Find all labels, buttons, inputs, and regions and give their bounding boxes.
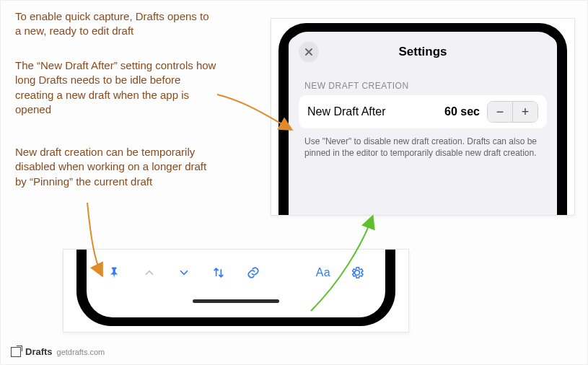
caption-new-draft-after: The “New Draft After” setting controls h… bbox=[15, 58, 217, 117]
editor-toolbar: Aa bbox=[87, 258, 385, 287]
footer-credit: Drafts getdrafts.com bbox=[11, 346, 105, 357]
row-new-draft-after: New Draft After 60 sec − + bbox=[299, 95, 547, 128]
row-label: New Draft After bbox=[307, 105, 444, 118]
close-button[interactable] bbox=[299, 42, 319, 62]
drafts-logo-icon bbox=[11, 347, 21, 357]
row-value: 60 sec bbox=[444, 105, 480, 118]
settings-footnote: Use "Never" to disable new draft creatio… bbox=[289, 128, 557, 159]
arrange-icon[interactable] bbox=[211, 265, 227, 281]
stepper: − + bbox=[487, 101, 538, 123]
section-header-new-draft-creation: NEW DRAFT CREATION bbox=[289, 68, 557, 95]
settings-title: Settings bbox=[398, 45, 447, 59]
device-frame: Settings NEW DRAFT CREATION New Draft Af… bbox=[278, 23, 567, 215]
settings-screenshot: Settings NEW DRAFT CREATION New Draft Af… bbox=[271, 18, 575, 216]
device-screen: Settings NEW DRAFT CREATION New Draft Af… bbox=[289, 32, 557, 215]
close-icon bbox=[304, 46, 313, 58]
link-icon[interactable] bbox=[245, 265, 261, 281]
home-indicator bbox=[193, 299, 279, 303]
settings-sheet: Settings NEW DRAFT CREATION New Draft Af… bbox=[289, 36, 557, 215]
brand-url: getdrafts.com bbox=[57, 348, 105, 356]
editor-toolbar-screenshot: Aa bbox=[63, 249, 409, 333]
pin-icon[interactable] bbox=[107, 265, 123, 281]
gear-icon[interactable] bbox=[349, 265, 365, 281]
brand-name: Drafts bbox=[25, 346, 53, 357]
caption-pinning: New draft creation can be temporarily di… bbox=[15, 145, 217, 189]
stepper-minus-button[interactable]: − bbox=[488, 102, 512, 122]
sheet-header: Settings bbox=[289, 36, 557, 68]
device-frame-bottom: Aa bbox=[76, 250, 395, 326]
caption-quick-capture: To enable quick capture, Drafts opens to… bbox=[15, 9, 217, 39]
appearance-button[interactable]: Aa bbox=[316, 266, 330, 279]
device-screen-bottom: Aa bbox=[87, 250, 385, 317]
stepper-plus-button[interactable]: + bbox=[513, 102, 537, 122]
chevron-down-icon[interactable] bbox=[176, 265, 192, 281]
chevron-up-icon[interactable] bbox=[141, 265, 157, 281]
